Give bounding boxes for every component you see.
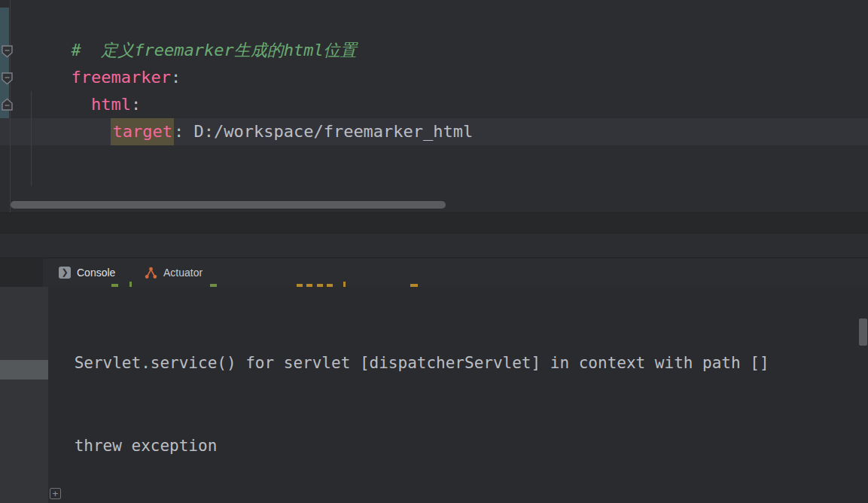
tab-console-label: Console bbox=[77, 267, 115, 279]
console-log-text: Servlet.service() for servlet [dispatche… bbox=[65, 294, 863, 503]
tab-bar-left-gutter bbox=[0, 258, 43, 287]
console-strip-marker bbox=[0, 360, 48, 380]
fold-end-icon[interactable] bbox=[1, 98, 14, 111]
indent bbox=[71, 122, 111, 141]
fold-expanded-icon[interactable] bbox=[1, 72, 14, 85]
code-line-freemarker: freemarker: bbox=[11, 37, 181, 64]
tab-actuator[interactable]: Actuator bbox=[145, 258, 203, 287]
console-icon: ❯ bbox=[59, 267, 71, 279]
console-output[interactable]: Servlet.service() for servlet [dispatche… bbox=[0, 287, 868, 503]
tab-console[interactable]: ❯ Console bbox=[59, 258, 115, 287]
colon: : bbox=[174, 122, 194, 141]
fold-expanded-icon[interactable] bbox=[1, 44, 14, 58]
debug-toolwindow-header: ⚙ bbox=[0, 233, 868, 258]
tab-actuator-label: Actuator bbox=[163, 267, 203, 279]
window-splitter[interactable] bbox=[0, 212, 868, 233]
code-line-target: target: D:/workspace/freemarker_html bbox=[11, 91, 473, 118]
ide-window: # 定义freemarker生成的html位置 freemarker: html… bbox=[0, 0, 868, 503]
actuator-icon bbox=[145, 267, 157, 279]
yaml-key-target-highlighted: target bbox=[111, 118, 173, 145]
log-line: Servlet.service() for servlet [dispatche… bbox=[65, 349, 863, 377]
log-line: threw exception bbox=[65, 432, 863, 460]
colon: : bbox=[171, 68, 181, 87]
yaml-editor[interactable]: # 定义freemarker生成的html位置 freemarker: html… bbox=[0, 0, 868, 212]
code-line-comment: # 定义freemarker生成的html位置 bbox=[11, 10, 357, 37]
vertical-scrollbar-thumb[interactable] bbox=[859, 319, 867, 346]
yaml-value-target-path: D:/workspace/freemarker_html bbox=[193, 122, 473, 141]
code-line-html: html: bbox=[11, 64, 141, 91]
horizontal-scrollbar-thumb[interactable] bbox=[11, 201, 446, 209]
expand-fold-icon[interactable]: + bbox=[50, 488, 61, 499]
console-left-strip bbox=[0, 287, 48, 503]
